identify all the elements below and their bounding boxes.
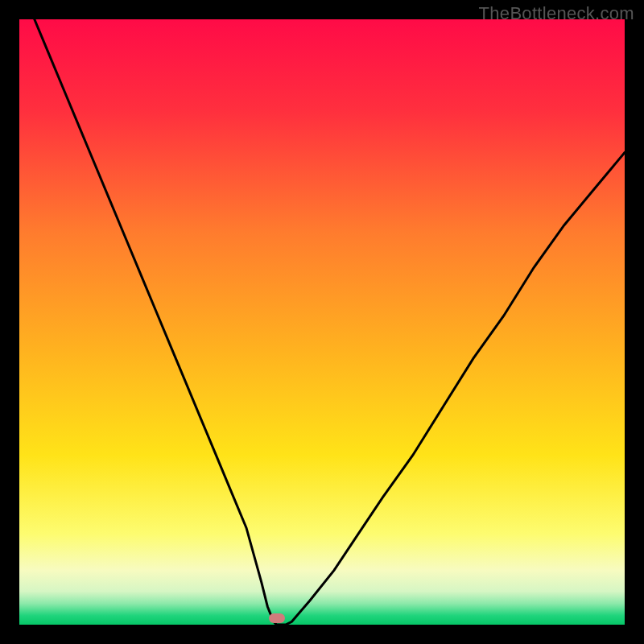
chart-container: TheBottleneck.com: [0, 0, 644, 644]
gradient-background: [19, 19, 625, 625]
minimum-marker: [269, 613, 285, 623]
svg-rect-0: [19, 19, 625, 625]
plot-area: [19, 19, 625, 625]
